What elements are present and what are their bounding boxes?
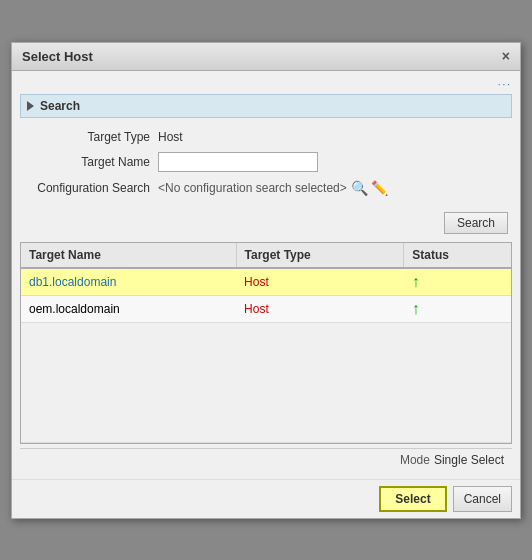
config-search-value: <No configuration search selected> bbox=[158, 181, 347, 195]
cancel-button[interactable]: Cancel bbox=[453, 486, 512, 512]
status-up-icon: ↑ bbox=[412, 300, 420, 317]
cell-target-type: Host bbox=[236, 268, 404, 296]
config-search-label: Configuration Search bbox=[28, 181, 158, 195]
cell-target-name: oem.localdomain bbox=[21, 295, 236, 322]
search-button[interactable]: Search bbox=[444, 212, 508, 234]
select-host-dialog: Select Host × ··· Search Target Type Hos… bbox=[11, 42, 521, 519]
table-header-row: Target Name Target Type Status bbox=[21, 243, 511, 268]
mode-value: Single Select bbox=[434, 453, 504, 467]
search-magnifier-icon[interactable]: 🔍 bbox=[351, 180, 368, 196]
search-section-header[interactable]: Search bbox=[20, 94, 512, 118]
dialog-content: ··· Search Target Type Host Target Name … bbox=[12, 71, 520, 479]
status-up-icon: ↑ bbox=[412, 273, 420, 290]
mode-label: Mode bbox=[400, 453, 430, 467]
empty-row bbox=[21, 322, 511, 442]
col-header-target-name: Target Name bbox=[21, 243, 236, 268]
col-header-target-type: Target Type bbox=[236, 243, 404, 268]
config-search-value-area: <No configuration search selected> 🔍 ✏️ bbox=[158, 180, 391, 196]
target-type-label: Target Type bbox=[28, 130, 158, 144]
results-table: Target Name Target Type Status db1.local… bbox=[21, 243, 511, 443]
dialog-titlebar: Select Host × bbox=[12, 43, 520, 71]
target-type-row: Target Type Host bbox=[28, 130, 504, 144]
collapse-triangle-icon bbox=[27, 101, 34, 111]
edit-pencil-icon[interactable]: ✏️ bbox=[371, 180, 388, 196]
bottom-buttons-bar: Select Cancel bbox=[12, 479, 520, 518]
search-button-row: Search bbox=[20, 212, 512, 234]
top-icons-row: ··· bbox=[20, 79, 512, 90]
table-row[interactable]: oem.localdomain Host ↑ bbox=[21, 295, 511, 322]
close-button[interactable]: × bbox=[502, 49, 510, 63]
config-search-row: Configuration Search <No configuration s… bbox=[28, 180, 504, 196]
target-name-label: Target Name bbox=[28, 155, 158, 169]
cell-target-name: db1.localdomain bbox=[21, 268, 236, 296]
col-header-status: Status bbox=[404, 243, 511, 268]
target-name-row: Target Name bbox=[28, 152, 504, 172]
cell-status: ↑ bbox=[404, 268, 511, 296]
select-button[interactable]: Select bbox=[379, 486, 446, 512]
cell-status: ↑ bbox=[404, 295, 511, 322]
search-section-title: Search bbox=[40, 99, 80, 113]
target-name-input[interactable] bbox=[158, 152, 318, 172]
footer-mode-bar: Mode Single Select bbox=[20, 448, 512, 471]
dialog-title: Select Host bbox=[22, 49, 93, 64]
results-table-container: Target Name Target Type Status db1.local… bbox=[20, 242, 512, 444]
cell-target-type: Host bbox=[236, 295, 404, 322]
table-row[interactable]: db1.localdomain Host ↑ bbox=[21, 268, 511, 296]
dots-icon[interactable]: ··· bbox=[498, 79, 512, 90]
target-type-value: Host bbox=[158, 130, 183, 144]
search-form: Target Type Host Target Name Configurati… bbox=[20, 126, 512, 212]
